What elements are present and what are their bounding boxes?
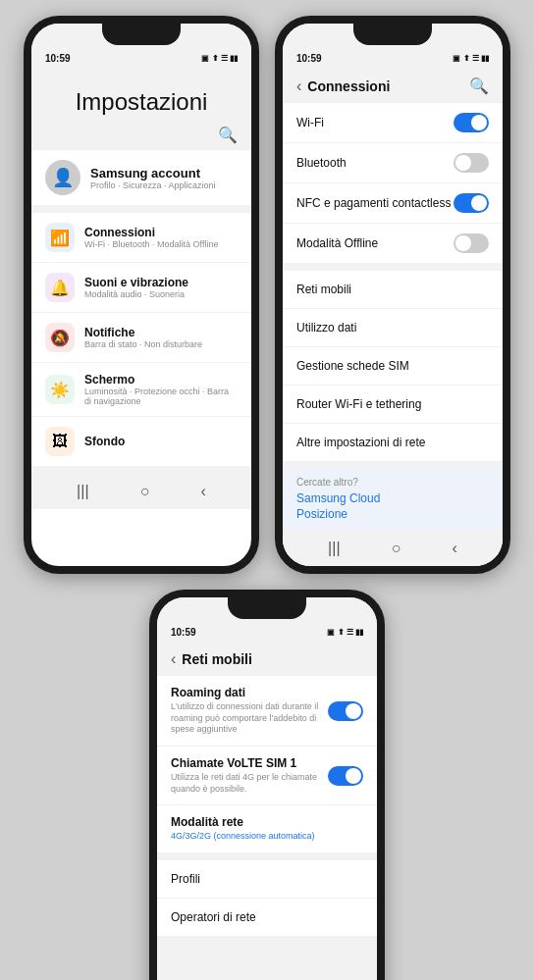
sounds-text: Suoni e vibrazione Modalità audio · Suon… (84, 276, 238, 299)
search-bar[interactable]: 🔍 (31, 126, 251, 150)
connections-sub: Wi-Fi · Bluetooth · Modalità Offline (84, 239, 238, 249)
roaming-title: Roaming dati (171, 686, 320, 699)
connections-header: ‹ Connessioni 🔍 (283, 69, 503, 103)
status-bar-1: 10:59 ▣ ⬆ ☰ ▮▮ (31, 45, 251, 69)
wifi-label: Wi-Fi (296, 116, 324, 129)
phone-reti-mobili: 10:59 ▣ ⬆ ☰ ▮▮ ‹ Reti mobili Roaming dat… (149, 590, 385, 980)
reti-simple-group: Profili Operatori di rete (157, 860, 377, 936)
reti-title: Reti mobili (182, 651, 252, 667)
menu-altre-impostazioni[interactable]: Altre impostazioni di rete (283, 424, 503, 461)
volte-title: Chiamate VoLTE SIM 1 (171, 756, 320, 770)
connections-text: Connessioni Wi-Fi · Bluetooth · Modalità… (84, 226, 238, 249)
wifi-toggle-row[interactable]: Wi-Fi (283, 103, 503, 143)
display-title: Schermo (84, 373, 238, 387)
status-time-2: 10:59 (296, 53, 322, 64)
settings-item-connections[interactable]: 📶 Connessioni Wi-Fi · Bluetooth · Modali… (31, 213, 251, 263)
search-suggestion: Cercate altro? Samsung Cloud Posizione (283, 469, 503, 531)
nfc-toggle-row[interactable]: NFC e pagamenti contactless (283, 183, 503, 224)
sounds-title: Suoni e vibrazione (84, 276, 238, 289)
notifications-text: Notifiche Barra di stato · Non disturbar… (84, 326, 238, 349)
account-name: Samsung account (90, 166, 238, 181)
wifi-toggle[interactable] (454, 113, 489, 132)
nfc-label: NFC e pagamenti contactless (296, 196, 451, 210)
samsung-account-row[interactable]: 👤 Samsung account Profilo · Sicurezza · … (31, 150, 251, 205)
settings-item-notifications[interactable]: 🔕 Notifiche Barra di stato · Non disturb… (31, 313, 251, 363)
status-time-1: 10:59 (45, 53, 71, 64)
wallpaper-title: Sfondo (84, 435, 238, 448)
roaming-text: Roaming dati L'utilizzo di connessioni d… (171, 686, 328, 736)
suggestion-samsung-cloud[interactable]: Samsung Cloud (296, 491, 489, 505)
bluetooth-toggle[interactable] (454, 153, 489, 173)
volte-text: Chiamate VoLTE SIM 1 Utilizza le reti da… (171, 756, 328, 795)
volte-sub: Utilizza le reti dati 4G per le chiamate… (171, 772, 320, 795)
modalita-text: Modalità rete 4G/3G/2G (connessione auto… (171, 815, 363, 843)
toggles-section: Wi-Fi Bluetooth NFC e pagamenti contactl… (283, 103, 503, 263)
settings-item-sounds[interactable]: 🔔 Suoni e vibrazione Modalità audio · Su… (31, 263, 251, 313)
nav-bar-2: ||| ○ ‹ (283, 531, 503, 566)
settings-list: 📶 Connessioni Wi-Fi · Bluetooth · Modali… (31, 213, 251, 466)
search-icon[interactable]: 🔍 (218, 126, 238, 144)
nav-back-2[interactable]: ‹ (453, 540, 457, 557)
spacer (157, 944, 377, 980)
menu-router-wifi[interactable]: Router Wi-Fi e tethering (283, 386, 503, 424)
settings-item-display[interactable]: ☀️ Schermo Luminosità · Protezione occhi… (31, 363, 251, 417)
display-sub: Luminosità · Protezione occhi · Barra di… (84, 387, 238, 406)
connections-icon: 📶 (45, 223, 75, 252)
volte-row[interactable]: Chiamate VoLTE SIM 1 Utilizza le reti da… (157, 747, 377, 805)
reti-header: ‹ Reti mobili (157, 643, 377, 676)
volte-toggle[interactable] (328, 766, 363, 786)
reti-back-button[interactable]: ‹ (171, 650, 176, 668)
menu-gestione-sim[interactable]: Gestione schede SIM (283, 347, 503, 386)
connections-search-icon[interactable]: 🔍 (469, 77, 489, 95)
status-time-3: 10:59 (171, 627, 196, 638)
offline-toggle-row[interactable]: Modalità Offline (283, 224, 503, 263)
roaming-dati-row[interactable]: Roaming dati L'utilizzo di connessioni d… (157, 676, 377, 747)
account-sub: Profilo · Sicurezza · Applicazioni (90, 181, 238, 190)
nav-menu[interactable]: ||| (77, 483, 88, 500)
status-icons-3: ▣ ⬆ ☰ ▮▮ (327, 628, 363, 637)
modalita-rete-row[interactable]: Modalità rete 4G/3G/2G (connessione auto… (157, 805, 377, 852)
display-icon: ☀️ (45, 375, 75, 404)
nav-back[interactable]: ‹ (201, 483, 206, 500)
bluetooth-label: Bluetooth (296, 156, 347, 170)
phone-notch-3 (228, 597, 306, 619)
menu-utilizzo-dati[interactable]: Utilizzo dati (283, 309, 503, 347)
nav-bar-1: ||| ○ ‹ (31, 474, 251, 509)
avatar: 👤 (45, 160, 80, 195)
phone-connections: 10:59 ▣ ⬆ ☰ ▮▮ ‹ Connessioni 🔍 Wi-Fi Blu… (275, 16, 510, 574)
status-bar-3: 10:59 ▣ ⬆ ☰ ▮▮ (157, 619, 377, 643)
notifications-sub: Barra di stato · Non disturbare (84, 339, 238, 349)
nav-home-2[interactable]: ○ (392, 540, 401, 557)
header-left: ‹ Connessioni (296, 77, 390, 95)
phone-settings-main: 10:59 ▣ ⬆ ☰ ▮▮ Impostazioni 🔍 👤 Samsung … (24, 16, 259, 574)
roaming-sub: L'utilizzo di connessioni dati durante i… (171, 701, 320, 736)
sounds-sub: Modalità audio · Suoneria (84, 289, 238, 299)
menu-reti-mobili[interactable]: Reti mobili (283, 271, 503, 309)
profili-item[interactable]: Profili (157, 860, 377, 899)
modalita-title: Modalità rete (171, 815, 355, 829)
nfc-toggle[interactable] (454, 193, 489, 213)
settings-item-wallpaper[interactable]: 🖼 Sfondo (31, 417, 251, 466)
sounds-icon: 🔔 (45, 273, 75, 302)
offline-toggle[interactable] (454, 233, 489, 253)
status-icons-1: ▣ ⬆ ☰ ▮▮ (201, 54, 238, 63)
operatori-item[interactable]: Operatori di rete (157, 899, 377, 936)
wallpaper-text: Sfondo (84, 435, 238, 448)
offline-label: Modalità Offline (296, 236, 378, 250)
status-bar-2: 10:59 ▣ ⬆ ☰ ▮▮ (283, 45, 503, 69)
bluetooth-toggle-row[interactable]: Bluetooth (283, 143, 503, 183)
reti-toggle-group: Roaming dati L'utilizzo di connessioni d… (157, 676, 377, 852)
page-title: Impostazioni (31, 69, 251, 126)
connections-title: Connessioni (84, 226, 238, 239)
status-icons-2: ▣ ⬆ ☰ ▮▮ (453, 54, 489, 63)
notifications-icon: 🔕 (45, 323, 75, 352)
nav-home[interactable]: ○ (140, 483, 150, 500)
suggestion-posizione[interactable]: Posizione (296, 507, 489, 521)
phone-notch-2 (353, 24, 432, 45)
display-text: Schermo Luminosità · Protezione occhi · … (84, 373, 238, 406)
back-button[interactable]: ‹ (296, 77, 301, 95)
notifications-title: Notifiche (84, 326, 238, 339)
modalita-sub: 4G/3G/2G (connessione automatica) (171, 831, 355, 843)
roaming-toggle[interactable] (328, 701, 363, 721)
nav-menu-2[interactable]: ||| (328, 540, 340, 557)
